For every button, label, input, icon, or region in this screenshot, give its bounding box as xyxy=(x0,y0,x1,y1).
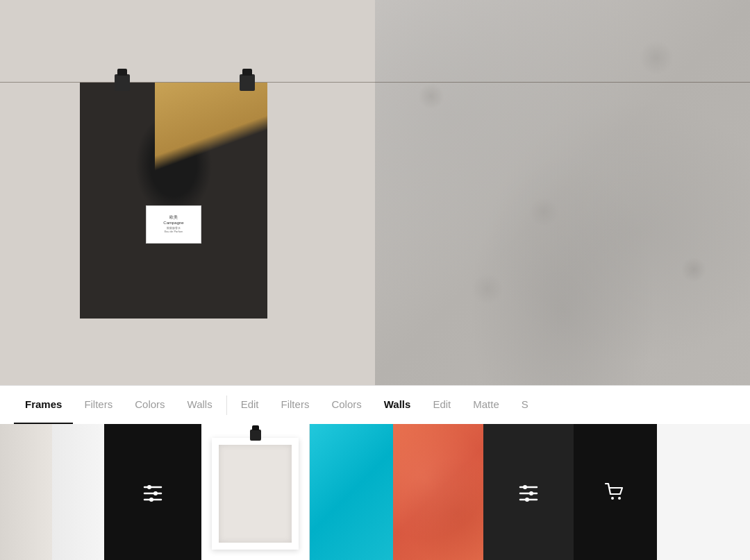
thumb-frame-inner xyxy=(212,438,299,550)
tab-colors2[interactable]: Colors xyxy=(320,386,372,425)
poster-inner-left: 欧美 Campagne 限量版香水 Eau de Parfum xyxy=(80,83,267,319)
left-panel: 欧美 Campagne 限量版香水 Eau de Parfum xyxy=(0,0,375,385)
poster-left: 欧美 Campagne 限量版香水 Eau de Parfum xyxy=(80,83,267,319)
wire-left xyxy=(0,82,375,83)
thumb-coral[interactable] xyxy=(393,424,483,560)
thumbnails-row xyxy=(0,424,750,560)
right-panel: 欧美 Campagne 限量版香水 Eau de Parfum xyxy=(375,0,750,385)
poster-label-left: 欧美 Campagne 限量版香水 Eau de Parfum xyxy=(146,205,201,244)
tab-filters[interactable]: Filters xyxy=(73,386,124,425)
tab-walls[interactable]: Walls xyxy=(176,386,224,425)
thumb-white-left-2[interactable] xyxy=(52,424,104,560)
filter-icon-left xyxy=(140,480,165,504)
svg-point-1 xyxy=(147,485,151,489)
thumb-white-left-1[interactable] xyxy=(0,424,52,560)
tab-walls2[interactable]: Walls xyxy=(373,386,422,425)
poster-background-left: 欧美 Campagne 限量版香水 Eau de Parfum xyxy=(80,83,267,319)
tab-edit[interactable]: Edit xyxy=(230,386,270,425)
wire-right xyxy=(375,82,750,83)
svg-point-11 xyxy=(525,498,529,502)
thumb-clip-white xyxy=(250,430,261,441)
tab-colors[interactable]: Colors xyxy=(124,386,176,425)
concrete-overlay xyxy=(375,0,750,385)
tab-frames[interactable]: Frames xyxy=(14,386,73,425)
cart-icon xyxy=(603,480,628,504)
svg-point-7 xyxy=(523,485,527,489)
svg-point-3 xyxy=(153,491,158,495)
tab-filters2[interactable]: Filters xyxy=(270,386,321,425)
svg-point-5 xyxy=(149,498,153,502)
thumb-teal[interactable] xyxy=(310,424,393,560)
tab-edit2[interactable]: Edit xyxy=(422,386,462,425)
svg-point-12 xyxy=(611,497,614,500)
jar-area-left xyxy=(80,83,267,319)
clip-left-1 xyxy=(115,74,130,91)
image-preview-area: 欧美 Campagne 限量版香水 Eau de Parfum xyxy=(0,0,750,385)
svg-point-9 xyxy=(529,491,533,495)
poster-label-text-left: 欧美 Campagne 限量版香水 Eau de Parfum xyxy=(163,215,183,233)
tab-size[interactable]: S xyxy=(510,386,540,425)
clip-left-2 xyxy=(240,74,255,91)
toolbar-divider xyxy=(226,396,227,415)
tab-matte[interactable]: Matte xyxy=(462,386,510,425)
thumb-black-filter[interactable] xyxy=(104,424,201,560)
thumb-dark-filter[interactable] xyxy=(483,424,574,560)
svg-point-13 xyxy=(618,497,621,500)
filter-icon-right xyxy=(516,480,541,504)
toolbar: Frames Filters Colors Walls Edit Filters… xyxy=(0,385,750,424)
thumb-white-frame[interactable] xyxy=(201,424,309,560)
thumb-cart[interactable] xyxy=(574,424,657,560)
